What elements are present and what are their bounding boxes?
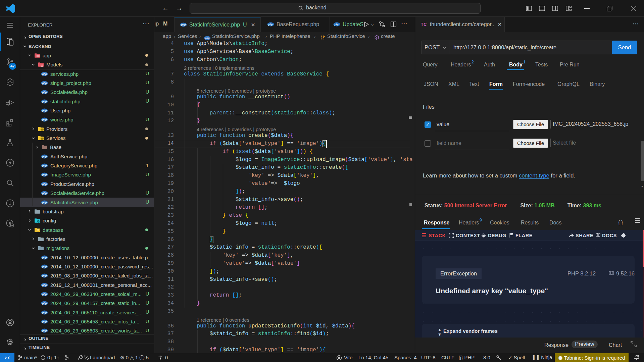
svg-text:php: php — [42, 302, 47, 305]
svg-text:php: php — [42, 265, 47, 268]
svg-text:php: php — [42, 164, 47, 167]
svg-text:php: php — [42, 256, 47, 259]
svg-text:php: php — [42, 72, 47, 75]
svg-text:php: php — [42, 155, 47, 158]
svg-text:php: php — [42, 173, 47, 176]
svg-text:php: php — [42, 329, 47, 332]
svg-text:php: php — [42, 91, 47, 94]
svg-text:php: php — [42, 293, 47, 296]
svg-text:php: php — [42, 118, 47, 121]
svg-text:php: php — [42, 283, 47, 287]
svg-text:php: php — [42, 192, 47, 195]
svg-text:php: php — [42, 311, 47, 314]
svg-text:php: php — [42, 183, 47, 186]
svg-text:php: php — [42, 109, 47, 112]
svg-text:php: php — [42, 274, 47, 277]
svg-text:php: php — [42, 201, 47, 204]
svg-text:php: php — [42, 82, 47, 85]
svg-text:php: php — [42, 320, 47, 323]
svg-text:php: php — [42, 100, 47, 103]
